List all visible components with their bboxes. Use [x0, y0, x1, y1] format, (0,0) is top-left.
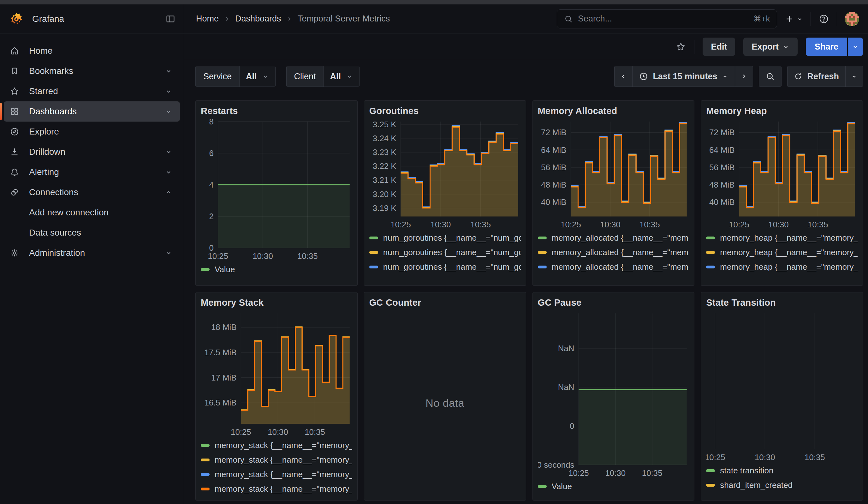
- export-button-label: Export: [752, 42, 779, 52]
- sidebar-item-alerting[interactable]: Alerting: [4, 162, 180, 182]
- legend-label: memory_allocated {__name__="memo: [552, 248, 689, 257]
- panel-memory-allocated: Memory Allocated 40 MiB48 MiB56 MiB64 Mi…: [533, 101, 695, 286]
- legend-item[interactable]: num_goroutines {__name__="num_go: [369, 230, 521, 245]
- star-icon: [9, 86, 20, 96]
- legend-label: num_goroutines {__name__="num_go: [383, 277, 521, 278]
- svg-text:10:35: 10:35: [805, 453, 825, 462]
- chevron-down-icon[interactable]: [165, 88, 172, 95]
- legend-item[interactable]: state transition: [706, 463, 858, 478]
- memory-stack-chart[interactable]: 16.5 MiB17 MiB17.5 MiB18 MiB10:2510:3010…: [201, 311, 352, 438]
- search-input[interactable]: [578, 14, 748, 24]
- refresh-button[interactable]: Refresh: [787, 66, 845, 86]
- chevron-down-icon[interactable]: [165, 168, 172, 176]
- refresh-interval-dropdown[interactable]: [845, 66, 862, 86]
- legend-item[interactable]: num_goroutines {__name__="num_go: [369, 274, 521, 278]
- service-variable-select[interactable]: All: [239, 66, 275, 86]
- state-transition-chart[interactable]: 10:2510:3010:35: [706, 311, 858, 463]
- legend-item[interactable]: memory_heap {__name__="memory_h: [706, 230, 858, 245]
- legend-label: state transition: [720, 466, 773, 475]
- chevron-right-icon: [286, 16, 292, 22]
- edit-button[interactable]: Edit: [703, 38, 735, 56]
- breadcrumb-dashboards[interactable]: Dashboards: [235, 14, 281, 24]
- legend-item[interactable]: num_goroutines {__name__="num_go: [369, 260, 521, 274]
- zoom-out-icon: [765, 72, 775, 81]
- memory-heap-chart[interactable]: 40 MiB48 MiB56 MiB64 MiB72 MiB10:2510:30…: [706, 119, 858, 230]
- legend-item[interactable]: shard_item_created: [706, 478, 858, 492]
- legend-item[interactable]: num_goroutines {__name__="num_go: [369, 245, 521, 260]
- client-variable-select[interactable]: All: [323, 66, 360, 86]
- time-range-button[interactable]: Last 15 minutes: [632, 66, 735, 86]
- legend-item[interactable]: memory_allocated {__name__="memo: [538, 260, 689, 274]
- top-nav-brand-section: Grafana: [0, 4, 184, 33]
- gc-pause-chart[interactable]: 0 seconds0NaNNaN10:2510:3010:35: [538, 311, 689, 479]
- chevron-down-icon[interactable]: [165, 108, 172, 115]
- panel-title[interactable]: Memory Heap: [706, 106, 858, 116]
- panel-title[interactable]: State Transition: [706, 298, 858, 308]
- svg-text:10:25: 10:25: [391, 220, 411, 229]
- panel-state-transition: State Transition 10:2510:3010:35 state t…: [701, 292, 863, 501]
- chevron-down-icon[interactable]: [165, 67, 172, 75]
- legend-label: memory_stack {__name__="memory_s: [215, 441, 352, 450]
- svg-text:3.20 K: 3.20 K: [373, 190, 396, 199]
- client-variable-label: Client: [287, 66, 323, 86]
- breadcrumb-home[interactable]: Home: [196, 14, 219, 24]
- connections-icon: [9, 187, 20, 197]
- legend-item[interactable]: Value: [538, 479, 689, 494]
- export-button[interactable]: Export: [743, 38, 798, 56]
- chevron-down-icon: [851, 43, 859, 51]
- legend-item[interactable]: memory_heap {__name__="memory_h: [706, 260, 858, 274]
- restarts-chart[interactable]: 0246810:2510:3010:35: [201, 119, 352, 261]
- favorite-star-button[interactable]: [676, 42, 686, 52]
- sidebar-item-bookmarks[interactable]: Bookmarks: [4, 61, 180, 81]
- svg-text:48 MiB: 48 MiB: [709, 180, 734, 189]
- restarts-legend: Value: [201, 262, 352, 277]
- legend-swatch: [201, 444, 209, 447]
- chevron-down-icon[interactable]: [165, 249, 172, 257]
- sidebar-item-data-sources[interactable]: Data sources: [4, 223, 180, 243]
- legend-item[interactable]: memory_allocated {__name__="memo: [538, 245, 689, 260]
- legend-item[interactable]: memory_heap {__name__="memory_h: [706, 245, 858, 260]
- legend-item[interactable]: memory_heap {__name__="memory_h: [706, 274, 858, 278]
- sidebar-item-connections[interactable]: Connections: [4, 182, 180, 203]
- svg-text:64 MiB: 64 MiB: [541, 146, 566, 154]
- panel-title[interactable]: Restarts: [201, 106, 352, 116]
- panel-title[interactable]: Memory Stack: [201, 298, 352, 308]
- legend-item[interactable]: memory_allocated {__name__="memo: [538, 230, 689, 245]
- user-avatar[interactable]: [845, 12, 859, 26]
- panel-title[interactable]: Goroutines: [369, 106, 521, 116]
- sidebar-toggle-icon[interactable]: [165, 14, 175, 24]
- sidebar-item-drilldown[interactable]: Drilldown: [4, 142, 180, 162]
- add-new-button[interactable]: [785, 14, 803, 24]
- search-box[interactable]: ⌘+k: [557, 10, 777, 28]
- chevron-right-icon: [740, 73, 748, 80]
- sidebar-item-home[interactable]: Home: [4, 41, 180, 61]
- legend-item[interactable]: memory_stack {__name__="memory_s: [201, 467, 352, 482]
- panel-title[interactable]: Memory Allocated: [538, 106, 689, 116]
- svg-text:64 MiB: 64 MiB: [709, 146, 734, 154]
- share-button[interactable]: Share: [806, 38, 847, 56]
- time-shift-forward-button[interactable]: [735, 66, 753, 86]
- help-button[interactable]: [818, 13, 829, 24]
- sidebar-item-add-new-connection[interactable]: Add new connection: [4, 203, 180, 223]
- chevron-down-icon[interactable]: [165, 148, 172, 156]
- chevron-up-icon[interactable]: [165, 188, 172, 196]
- legend-item[interactable]: Value: [201, 262, 352, 277]
- legend-item[interactable]: memory_allocated {__name__="memo: [538, 274, 689, 278]
- panel-title[interactable]: GC Counter: [369, 298, 521, 308]
- zoom-out-button[interactable]: [759, 66, 781, 86]
- goroutines-chart[interactable]: 3.19 K3.20 K3.21 K3.22 K3.23 K3.24 K3.25…: [369, 119, 521, 230]
- time-shift-back-button[interactable]: [614, 66, 632, 86]
- legend-item[interactable]: memory_stack {__name__="memory_s: [201, 453, 352, 467]
- sidebar-item-explore[interactable]: Explore: [4, 122, 180, 142]
- sidebar-item-dashboards[interactable]: Dashboards: [4, 101, 180, 122]
- panel-title[interactable]: GC Pause: [538, 298, 689, 308]
- sidebar-item-starred[interactable]: Starred: [4, 81, 180, 101]
- memory-allocated-chart[interactable]: 40 MiB48 MiB56 MiB64 MiB72 MiB10:2510:30…: [538, 119, 689, 230]
- legend-label: num_goroutines {__name__="num_go: [383, 248, 521, 257]
- svg-text:17.5 MiB: 17.5 MiB: [204, 348, 236, 357]
- legend-item[interactable]: memory_stack {__name__="memory_s: [201, 482, 352, 496]
- share-dropdown-button[interactable]: [848, 38, 863, 56]
- legend-item[interactable]: memory_stack {__name__="memory_s: [201, 438, 352, 453]
- share-split-button: Share: [806, 38, 863, 56]
- sidebar-item-administration[interactable]: Administration: [4, 243, 180, 263]
